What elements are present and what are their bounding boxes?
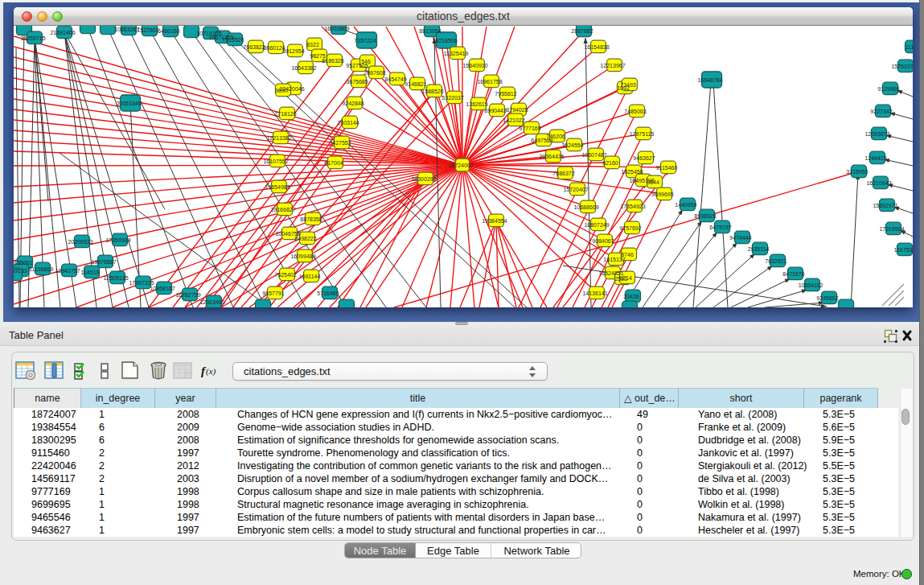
svg-text:8813054: 8813054: [419, 28, 441, 34]
svg-text:18724007: 18724007: [448, 163, 473, 168]
svg-text:9227342: 9227342: [870, 109, 892, 114]
svg-text:2867608: 2867608: [363, 70, 385, 76]
svg-text:10688609: 10688609: [573, 204, 598, 210]
svg-text:1691144: 1691144: [299, 274, 321, 279]
svg-text:8746: 8746: [621, 252, 634, 257]
svg-text:19166827: 19166827: [270, 207, 295, 212]
svg-text:15692971: 15692971: [873, 203, 897, 208]
svg-text:3675685: 3675685: [346, 79, 368, 84]
svg-text:39133: 39133: [14, 268, 27, 274]
svg-text:14055715: 14055715: [20, 35, 45, 41]
svg-text:20053346: 20053346: [116, 101, 141, 106]
svg-text:6794028: 6794028: [506, 107, 528, 113]
svg-text:8498222: 8498222: [294, 236, 316, 241]
svg-text:9657791: 9657791: [262, 290, 284, 296]
svg-text:14136141: 14136141: [582, 290, 607, 296]
svg-text:8990443: 8990443: [484, 108, 506, 113]
svg-text:62160: 62160: [602, 160, 618, 166]
svg-text:1440954: 1440954: [675, 202, 696, 208]
svg-text:7625402: 7625402: [274, 272, 296, 278]
svg-text:8912954: 8912954: [282, 48, 304, 54]
svg-text:1112: 1112: [906, 44, 913, 50]
svg-text:1421022: 1421022: [503, 117, 524, 123]
svg-text:8471676: 8471676: [782, 271, 804, 277]
svg-text:9115460: 9115460: [656, 165, 678, 171]
svg-text:8186328: 8186328: [322, 58, 343, 64]
svg-text:12923466: 12923466: [199, 299, 224, 305]
svg-text:3624554: 3624554: [561, 142, 583, 148]
svg-text:7357224: 7357224: [354, 38, 376, 43]
svg-text:9890: 9890: [275, 88, 288, 93]
svg-text:5322037: 5322037: [441, 95, 463, 101]
svg-text:16961758: 16961758: [477, 79, 502, 84]
svg-text:9474444: 9474444: [729, 235, 751, 241]
svg-text:9844: 9844: [647, 179, 659, 185]
svg-text:9245652: 9245652: [816, 295, 838, 301]
svg-text:12213382: 12213382: [266, 135, 291, 141]
svg-text:9214: 9214: [619, 275, 632, 281]
svg-text:16648784: 16648784: [697, 77, 722, 83]
svg-text:2803144: 2803144: [337, 120, 359, 126]
svg-text:9146821: 9146821: [405, 81, 426, 87]
svg-text:9757692: 9757692: [619, 225, 641, 231]
svg-text:16099489: 16099489: [290, 253, 315, 259]
svg-text:17975115: 17975115: [630, 131, 655, 137]
svg-text:18807249: 18807249: [584, 222, 609, 228]
svg-text:746206: 746206: [546, 134, 565, 139]
svg-text:16210643: 16210643: [866, 180, 891, 186]
svg-text:9463627: 9463627: [633, 155, 655, 161]
svg-text:12213967: 12213967: [600, 63, 625, 68]
svg-text:7515526: 7515526: [222, 37, 244, 43]
svg-text:7485063: 7485063: [624, 109, 646, 114]
svg-text:9777169: 9777169: [519, 126, 540, 131]
svg-text:546: 546: [361, 59, 371, 64]
svg-text:19975887: 19975887: [91, 259, 116, 265]
svg-text:(x): (x): [206, 366, 216, 377]
svg-text:116753: 116753: [894, 247, 913, 253]
svg-text:20364436: 20364436: [539, 154, 564, 159]
svg-text:16543382: 16543382: [291, 65, 316, 71]
svg-text:8878358: 8878358: [300, 216, 322, 222]
svg-text:917004: 917004: [324, 160, 343, 166]
svg-text:114519: 114519: [81, 270, 100, 275]
svg-text:18300295: 18300295: [411, 176, 436, 182]
svg-text:73493: 73493: [620, 82, 636, 88]
svg-text:20206533: 20206533: [68, 239, 92, 245]
svg-text:17016504: 17016504: [879, 226, 904, 232]
svg-text:7663822: 7663822: [243, 44, 265, 50]
svg-text:8322: 8322: [306, 42, 319, 47]
svg-text:1615137: 1615137: [603, 257, 625, 262]
svg-text:19218506: 19218506: [432, 38, 457, 43]
svg-text:8454749: 8454749: [384, 76, 406, 82]
svg-text:17359924: 17359924: [105, 237, 130, 243]
svg-text:8938928: 8938928: [694, 213, 716, 219]
svg-text:16033809: 16033809: [324, 26, 349, 31]
svg-text:10654112: 10654112: [799, 282, 823, 288]
svg-text:12505135: 12505135: [103, 275, 128, 281]
svg-text:2935114: 2935114: [748, 246, 770, 252]
svg-text:11325419: 11325419: [444, 51, 469, 56]
svg-text:5716485: 5716485: [317, 290, 339, 296]
svg-text:10653267: 10653267: [114, 27, 139, 32]
svg-text:1025458: 1025458: [621, 169, 643, 175]
svg-text:3427552: 3427552: [329, 140, 351, 146]
svg-text:33426: 33426: [623, 294, 639, 299]
svg-text:12093873: 12093873: [864, 131, 889, 137]
svg-text:15640910: 15640910: [462, 63, 487, 68]
svg-text:6466160: 6466160: [158, 28, 179, 34]
svg-text:11156869: 11156869: [29, 266, 53, 272]
svg-text:7886372: 7886372: [552, 171, 574, 176]
svg-text:10958167: 10958167: [150, 286, 175, 291]
svg-text:15751074: 15751074: [891, 64, 913, 69]
svg-text:10607487: 10607487: [581, 152, 606, 158]
svg-text:17654923: 17654923: [620, 204, 645, 209]
svg-text:2718126: 2718126: [274, 111, 296, 117]
svg-text:16782759: 16782759: [175, 292, 200, 298]
svg-text:9129966: 9129966: [877, 86, 899, 92]
svg-text:9084067: 9084067: [592, 238, 614, 244]
svg-text:835061: 835061: [14, 260, 32, 266]
svg-text:1588520: 1588520: [421, 89, 443, 94]
svg-text:2887682: 2887682: [571, 28, 593, 34]
svg-text:1244415: 1244415: [864, 155, 886, 161]
svg-text:19654983: 19654983: [265, 184, 290, 190]
